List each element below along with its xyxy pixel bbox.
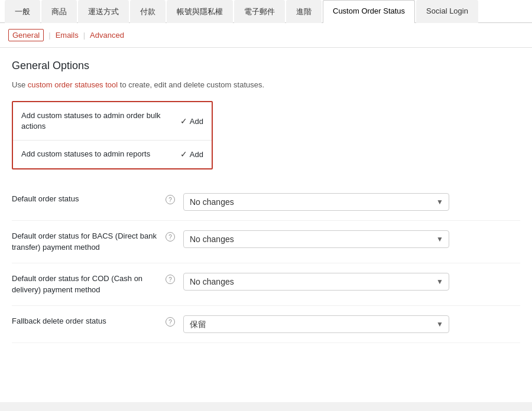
checkbox-label-bulk: Add custom statuses to admin order bulk … xyxy=(21,110,162,132)
nav-separator-1: | xyxy=(48,31,50,40)
field-label-cod-status: Default order status for COD (Cash on de… xyxy=(12,273,166,296)
help-icon-fallback-status[interactable]: ? xyxy=(166,317,175,327)
subnav-advanced[interactable]: Advanced xyxy=(90,31,124,40)
tab-social-login[interactable]: Social Login xyxy=(416,0,478,23)
description-prefix: Use xyxy=(12,80,28,89)
field-help-default-status: ? xyxy=(166,193,183,205)
checkmark-reports: ✓ xyxy=(180,149,187,159)
select-bacs-status[interactable]: No changes Pending Processing On hold Co… xyxy=(183,230,449,248)
help-icon-default-status[interactable]: ? xyxy=(166,195,175,204)
top-navigation: 一般 商品 運送方式 付款 帳號與隱私權 電子郵件 進階 Custom Orde… xyxy=(0,0,532,23)
field-label-default-status: Default order status xyxy=(12,193,166,205)
tab-products[interactable]: 商品 xyxy=(41,0,77,23)
field-row-bacs-status: Default order status for BACS (Direct ba… xyxy=(12,221,520,263)
field-row-default-status: Default order status ? No changes Pendin… xyxy=(12,184,520,221)
tab-accounts[interactable]: 帳號與隱私權 xyxy=(167,0,233,23)
field-input-cod-status: No changes Pending Processing On hold Co… xyxy=(183,273,520,291)
field-row-cod-status: Default order status for COD (Cash on de… xyxy=(12,263,520,306)
field-input-bacs-status: No changes Pending Processing On hold Co… xyxy=(183,230,520,248)
field-label-fallback-status: Fallback delete order status xyxy=(12,315,166,327)
checkbox-section: Add custom statuses to admin order bulk … xyxy=(12,101,213,169)
checkbox-row-bulk-actions: Add custom statuses to admin order bulk … xyxy=(13,102,212,141)
select-default-status[interactable]: No changes Pending Processing On hold Co… xyxy=(183,193,449,211)
tab-shipping[interactable]: 運送方式 xyxy=(78,0,129,23)
select-wrapper-bacs-status: No changes Pending Processing On hold Co… xyxy=(183,230,449,248)
checkmark-bulk: ✓ xyxy=(180,116,187,126)
nav-separator-2: | xyxy=(83,31,85,40)
field-row-fallback-status: Fallback delete order status ? 保留 No cha… xyxy=(12,306,520,343)
checkbox-row-reports: Add custom statuses to admin reports ✓ A… xyxy=(13,141,212,168)
tab-general[interactable]: 一般 xyxy=(5,0,40,23)
select-cod-status[interactable]: No changes Pending Processing On hold Co… xyxy=(183,273,449,291)
field-input-fallback-status: 保留 No changes Pending Processing Complet… xyxy=(183,315,520,333)
main-content: General Options Use custom order statuse… xyxy=(0,48,532,402)
select-fallback-status[interactable]: 保留 No changes Pending Processing Complet… xyxy=(183,315,449,333)
tab-advanced[interactable]: 進階 xyxy=(286,0,322,23)
tab-email[interactable]: 電子郵件 xyxy=(234,0,285,23)
checkbox-value-reports[interactable]: ✓ Add xyxy=(162,149,203,159)
select-wrapper-default-status: No changes Pending Processing On hold Co… xyxy=(183,193,449,211)
help-icon-cod-status[interactable]: ? xyxy=(166,275,175,284)
select-wrapper-fallback-status: 保留 No changes Pending Processing Complet… xyxy=(183,315,449,333)
section-title: General Options xyxy=(12,60,520,72)
checkbox-value-bulk[interactable]: ✓ Add xyxy=(162,116,203,126)
tab-custom-order-status[interactable]: Custom Order Status xyxy=(323,0,415,23)
select-wrapper-cod-status: No changes Pending Processing On hold Co… xyxy=(183,273,449,291)
subnav-emails[interactable]: Emails xyxy=(56,31,79,40)
field-help-fallback-status: ? xyxy=(166,315,183,327)
checkbox-add-label-bulk: Add xyxy=(190,117,203,126)
sub-navigation: General | Emails | Advanced xyxy=(0,23,532,48)
help-icon-bacs-status[interactable]: ? xyxy=(166,232,175,242)
field-help-bacs-status: ? xyxy=(166,230,183,242)
field-label-bacs-status: Default order status for BACS (Direct ba… xyxy=(12,230,166,253)
description-text: Use custom order statuses tool to create… xyxy=(12,80,520,89)
checkbox-add-label-reports: Add xyxy=(190,150,203,159)
tab-payment[interactable]: 付款 xyxy=(130,0,166,23)
description-suffix: to create, edit and delete custom status… xyxy=(118,80,264,89)
subnav-general[interactable]: General xyxy=(8,29,44,41)
field-input-default-status: No changes Pending Processing On hold Co… xyxy=(183,193,520,211)
field-help-cod-status: ? xyxy=(166,273,183,285)
custom-statuses-link[interactable]: custom order statuses tool xyxy=(28,80,118,89)
checkbox-label-reports: Add custom statuses to admin reports xyxy=(21,149,162,159)
